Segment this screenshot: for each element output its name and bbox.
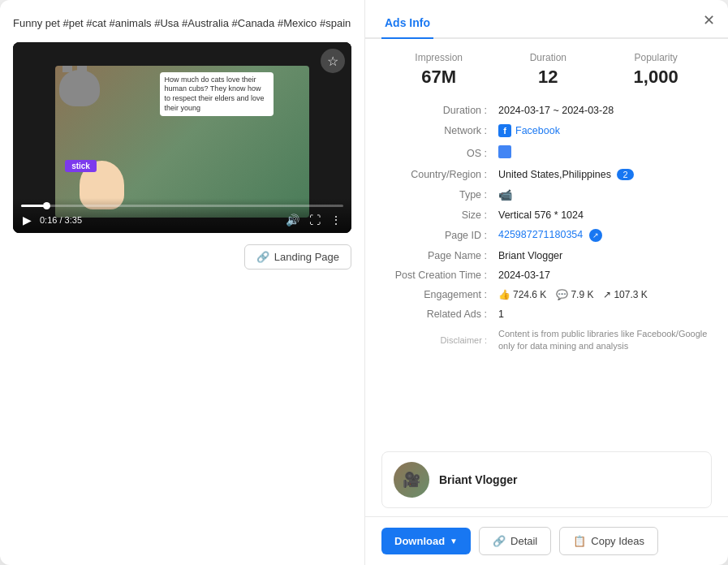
volume-button[interactable]: 🔊 xyxy=(284,212,301,228)
close-button[interactable]: ✕ xyxy=(703,11,715,29)
speech-bubble: How much do cats love their human cubs? … xyxy=(160,72,274,117)
row-country: Country/Region : United States,Philippin… xyxy=(381,165,712,184)
video-scene: How much do cats love their human cubs? … xyxy=(55,66,309,218)
right-panel: ✕ Ads Info Impression 67M Duration 12 Po… xyxy=(365,0,728,565)
row-type: Type : 📹 xyxy=(381,184,712,205)
metric-impression: Impression 67M xyxy=(415,52,463,88)
detail-icon: 🔗 xyxy=(493,535,506,547)
modal-container: Funny pet #pet #cat #animals #Usa #Austr… xyxy=(0,0,728,565)
metrics-row: Impression 67M Duration 12 Popularity 1,… xyxy=(381,52,712,88)
comments-icon: 💬 xyxy=(556,289,568,300)
link-icon: 🔗 xyxy=(256,251,269,263)
controls-row: ▶ 0:16 / 3:35 🔊 ⛶ ⋮ xyxy=(21,212,343,228)
tabs-row: Ads Info xyxy=(365,0,728,39)
video-controls: ▶ 0:16 / 3:35 🔊 ⛶ ⋮ xyxy=(13,198,351,233)
shares-count: ↗ 107.3 K xyxy=(603,289,647,300)
avatar: 🎥 xyxy=(394,462,429,498)
progress-dot xyxy=(43,202,50,209)
page-card: 🎥 Briant Vlogger xyxy=(381,451,712,508)
row-post-creation: Post Creation Time : 2024-03-17 xyxy=(381,265,712,285)
row-page-name: Page Name : Briant Vlogger xyxy=(381,246,712,265)
row-network: Network : f Facebook xyxy=(381,120,712,141)
fullscreen-button[interactable]: ⛶ xyxy=(308,212,322,228)
download-button[interactable]: Download ▼ xyxy=(381,528,471,554)
metric-popularity: Popularity 1,000 xyxy=(634,52,678,88)
metric-duration: Duration 12 xyxy=(530,52,566,88)
chevron-down-icon: ▼ xyxy=(450,537,458,546)
info-table: Duration : 2024-03-17 ~ 2024-03-28 Netwo… xyxy=(381,101,712,357)
row-page-id: Page ID : 425987271180354 ↗ xyxy=(381,225,712,246)
comments-count: 💬 7.9 K xyxy=(556,289,593,300)
row-disclaimer: Disclaimer : Content is from public libr… xyxy=(381,324,712,357)
video-title: Funny pet #pet #cat #animals #Usa #Austr… xyxy=(13,16,351,31)
video-type-icon: 📹 xyxy=(498,188,512,201)
time-display: 0:16 / 3:35 xyxy=(40,215,278,225)
more-options-button[interactable]: ⋮ xyxy=(329,212,343,228)
facebook-logo: f xyxy=(498,124,511,137)
row-os: OS : xyxy=(381,141,712,165)
progress-fill xyxy=(21,205,47,207)
country-badge: 2 xyxy=(617,169,633,180)
page-id-link[interactable]: 425987271180354 xyxy=(498,229,583,240)
bottom-actions: Download ▼ 🔗 Detail 📋 Copy Ideas xyxy=(365,516,728,565)
ads-info-content: Impression 67M Duration 12 Popularity 1,… xyxy=(365,39,728,443)
network-facebook: f Facebook xyxy=(498,124,560,137)
shares-icon: ↗ xyxy=(603,289,611,300)
row-related-ads: Related Ads : 1 xyxy=(381,304,712,324)
stick-label: stick xyxy=(65,160,97,172)
os-icon xyxy=(498,145,511,158)
page-name: Briant Vlogger xyxy=(439,473,517,486)
copy-icon: 📋 xyxy=(573,535,586,547)
detail-button[interactable]: 🔗 Detail xyxy=(479,527,551,555)
progress-bar[interactable] xyxy=(21,205,343,207)
likes-count: 👍 724.6 K xyxy=(498,289,546,300)
favorite-button[interactable]: ☆ xyxy=(321,49,345,73)
left-panel: Funny pet #pet #cat #animals #Usa #Austr… xyxy=(0,0,365,565)
tab-ads-info[interactable]: Ads Info xyxy=(381,10,433,39)
cat-figure xyxy=(59,70,100,106)
video-container: How much do cats love their human cubs? … xyxy=(13,42,351,233)
row-duration: Duration : 2024-03-17 ~ 2024-03-28 xyxy=(381,101,712,120)
landing-page-button[interactable]: 🔗 Landing Page xyxy=(244,244,351,270)
row-size: Size : Vertical 576 * 1024 xyxy=(381,205,712,225)
likes-icon: 👍 xyxy=(498,289,510,300)
row-engagement: Engagement : 👍 724.6 K 💬 7.9 K xyxy=(381,285,712,304)
copy-ideas-button[interactable]: 📋 Copy Ideas xyxy=(559,527,658,555)
engagement-row: 👍 724.6 K 💬 7.9 K ↗ 107.3 K xyxy=(498,289,709,300)
play-button[interactable]: ▶ xyxy=(21,212,33,228)
external-link-icon: ↗ xyxy=(589,229,602,242)
